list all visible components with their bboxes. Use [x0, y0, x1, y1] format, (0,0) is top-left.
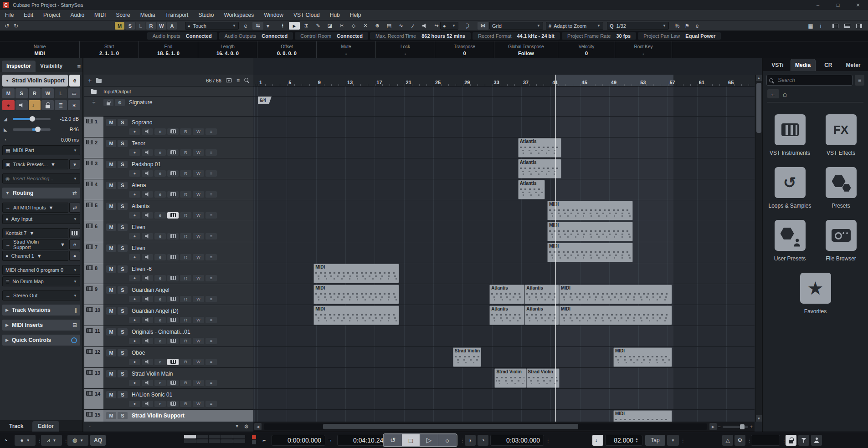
menu-media[interactable]: Media	[135, 10, 160, 20]
info-field-transpose[interactable]: Transpose0	[435, 41, 494, 58]
record-enable-button[interactable]: ●	[129, 317, 140, 323]
track-row-guardian-angel-d[interactable]: 10MSGuardian Angel (D)●eRW≡	[84, 305, 253, 326]
grid-type-dropdown[interactable]: #Adapt to Zoom▼	[546, 22, 603, 30]
draw-tool[interactable]: ✎	[313, 22, 324, 30]
dropdown-track-presets[interactable]: ▣Track Presets...▼	[2, 159, 68, 169]
metronome-icon[interactable]: △	[722, 435, 733, 446]
read-automation-button[interactable]: R	[180, 149, 191, 156]
mute-button[interactable]: M	[106, 224, 116, 231]
clip-strad-violin[interactable]: Strad Violin	[494, 368, 526, 388]
scroll-left-arrow[interactable]: ◀	[254, 423, 262, 430]
inspector-menu-icon[interactable]: ≡	[77, 63, 81, 72]
track-controls-button[interactable]: ≡	[205, 317, 217, 323]
timeline-ruler[interactable]: 1591317212529333741454953576165	[253, 75, 755, 87]
horizontal-scroll-track[interactable]	[264, 423, 707, 430]
instrument-button[interactable]	[167, 170, 179, 177]
read-automation-button[interactable]: R	[180, 212, 191, 219]
edit-channel-button[interactable]: e	[154, 359, 166, 365]
read-automation-button[interactable]: R	[180, 401, 191, 407]
tempo-mode-dropdown[interactable]: ▼	[667, 435, 679, 446]
write-automation-button[interactable]: W	[193, 170, 204, 177]
monitor-button[interactable]	[142, 380, 153, 386]
workspace-button[interactable]: ⇆	[252, 22, 263, 30]
solo-button[interactable]: S	[118, 265, 128, 273]
folder-icon[interactable]	[96, 78, 102, 83]
menu-project[interactable]: Project	[38, 10, 65, 20]
tab-meter[interactable]: Meter	[841, 59, 865, 71]
line-tool[interactable]: ∕	[407, 22, 418, 30]
instrument-button[interactable]	[167, 212, 179, 219]
automation-a-button[interactable]: A	[167, 22, 177, 30]
solo-button[interactable]: S	[118, 161, 128, 168]
write-automation-button[interactable]: W	[193, 233, 204, 239]
clip-midi[interactable]: MIDI	[313, 305, 399, 325]
menu-workspaces[interactable]: Workspaces	[219, 10, 259, 20]
info-field-end[interactable]: End18. 5. 1. 0	[139, 41, 198, 58]
audition-tool[interactable]	[419, 22, 430, 30]
iterative-quantize-icon[interactable]: %	[673, 22, 682, 30]
mute-button[interactable]: M	[106, 140, 116, 147]
track-controls-button[interactable]: ≡	[205, 380, 217, 386]
flag-icon[interactable]: ⚑	[683, 22, 692, 30]
write-automation-button[interactable]: W	[193, 149, 204, 156]
tempo-track-toggle[interactable]: ♩	[592, 435, 603, 446]
track-controls-button[interactable]: ≡	[205, 149, 217, 156]
midi-record-mode-dropdown[interactable]: ◍▼	[67, 435, 88, 446]
zoom-tool[interactable]: ⊕	[372, 22, 383, 30]
menu-transport[interactable]: Transport	[160, 10, 193, 20]
solo-button[interactable]: S	[118, 391, 128, 398]
lock-button[interactable]	[786, 435, 796, 446]
track-controls-button[interactable]: ≡	[205, 338, 217, 344]
dropdown-kontakt-7[interactable]: Kontakt 7▼	[2, 228, 68, 238]
monitor-button[interactable]	[142, 128, 153, 135]
menu-edit[interactable]: Edit	[19, 10, 38, 20]
open-quantize-panel-icon[interactable]: e	[693, 22, 702, 30]
horizontal-scroll-thumb[interactable]	[323, 424, 578, 429]
mute-button[interactable]: M	[106, 182, 116, 189]
solo-button[interactable]: S	[118, 140, 128, 147]
info-field-root-key[interactable]: Root Key-	[615, 41, 672, 58]
redo-icon[interactable]: ↻	[12, 22, 20, 30]
filter-button[interactable]	[798, 435, 809, 446]
solo-button[interactable]: S	[118, 224, 128, 231]
tempo-spinner[interactable]: ▲▼	[635, 438, 638, 443]
edit-channel-button[interactable]: e	[154, 128, 166, 135]
track-controls-button[interactable]: ≡	[205, 212, 217, 219]
snap-toggle[interactable]: ⋈	[478, 22, 488, 30]
track-row-elven[interactable]: 7MSElven●eRW≡	[84, 242, 253, 263]
instrument-button[interactable]	[167, 254, 179, 260]
instrument-button[interactable]	[167, 149, 179, 156]
info-field-mute[interactable]: Mute-	[317, 41, 376, 58]
monitor-button[interactable]	[142, 191, 153, 198]
instrument-button[interactable]	[167, 191, 179, 198]
setup-lower-zone-icon[interactable]	[842, 22, 852, 30]
track-controls-button[interactable]: ≡	[205, 275, 217, 281]
info-field-length[interactable]: Length16. 4. 0. 0	[198, 41, 257, 58]
tab-editor[interactable]: Editor	[32, 421, 59, 432]
edit-channel-button[interactable]: e	[154, 233, 166, 239]
close-button[interactable]: ✕	[848, 0, 868, 10]
monitor-button[interactable]	[142, 401, 153, 407]
info-field-global-transpose[interactable]: Global TransposeFollow	[494, 41, 558, 58]
automation-m-button[interactable]: M	[115, 22, 124, 30]
track-controls-button[interactable]: ≡	[205, 191, 217, 198]
dropdown-no-drum-map[interactable]: ≣No Drum Map▼	[2, 276, 80, 286]
edit-channel-button[interactable]: e	[154, 317, 166, 323]
write-automation-button[interactable]: W	[193, 212, 204, 219]
write-automation-button[interactable]: W	[193, 359, 204, 365]
record-mode-dropdown[interactable]: ●▼	[15, 435, 36, 446]
record-enable-button[interactable]: ●	[129, 296, 140, 302]
undo-icon[interactable]: ↺	[3, 22, 11, 30]
tab-visibility[interactable]: Visibility	[36, 61, 67, 72]
track-controls-button[interactable]: ≡	[205, 233, 217, 239]
info-icon[interactable]: i	[817, 22, 825, 30]
monitor-button[interactable]	[142, 149, 153, 156]
read-automation-button[interactable]: R	[180, 233, 191, 239]
row-side-button[interactable]: e	[69, 239, 80, 249]
inspector-l-button[interactable]: L	[55, 88, 67, 98]
zoom-slider[interactable]	[723, 426, 748, 428]
camera-icon[interactable]	[226, 78, 232, 82]
edit-channel-button[interactable]: e	[154, 170, 166, 177]
record-enable-button[interactable]: ●	[129, 380, 140, 386]
instrument-button[interactable]	[167, 359, 179, 365]
